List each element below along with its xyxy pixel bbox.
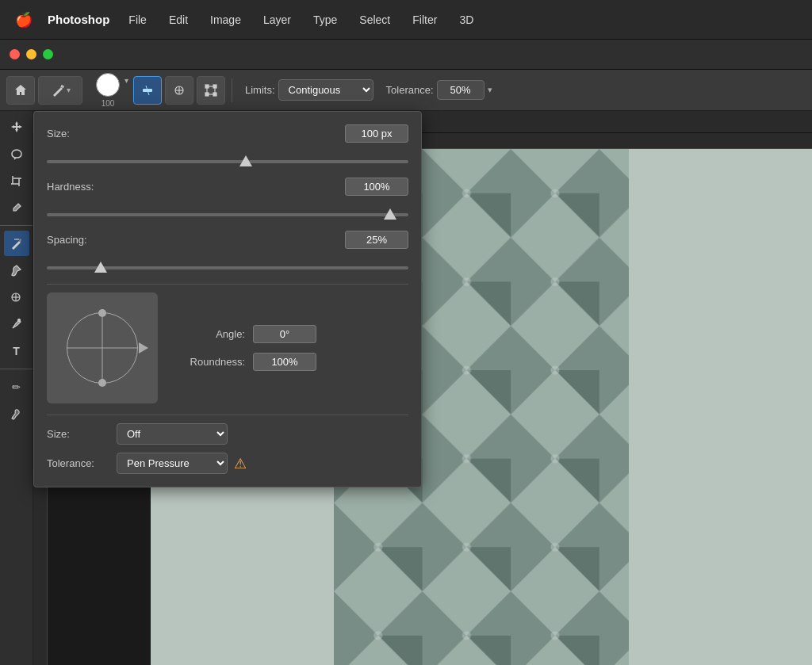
- limits-select[interactable]: Contiguous Discontiguous Find Edges: [278, 79, 373, 101]
- brush-size-label: 100: [102, 99, 115, 108]
- left-tool-move[interactable]: [4, 114, 29, 139]
- size-slider-track: [47, 160, 408, 163]
- size-jitter-select[interactable]: Off Pen Pressure Pen Tilt Stylus Wheel R…: [117, 423, 228, 445]
- crosshair-v: [102, 313, 103, 383]
- brush-mode-target[interactable]: [165, 76, 193, 105]
- roundness-field-row: Roundness: 100%: [174, 353, 316, 371]
- brush-options-popup: Size: 100 px Hardness: 100% Spacing: 25%: [33, 111, 422, 487]
- spacing-row: Spacing: 25%: [47, 231, 408, 249]
- maximize-button[interactable]: [43, 49, 53, 59]
- size-jitter-row: Size: Off Pen Pressure Pen Tilt Stylus W…: [47, 423, 408, 445]
- size-value[interactable]: 100 px: [345, 124, 408, 143]
- brush-size-dropdown-arrow: ▾: [124, 76, 128, 85]
- brush-preview-circle: [96, 73, 120, 97]
- left-tool-pen[interactable]: [4, 311, 29, 337]
- left-tool-text[interactable]: T: [4, 338, 29, 364]
- left-tool-lasso[interactable]: [4, 141, 29, 166]
- svg-marker-10: [11, 121, 22, 132]
- hardness-slider-track: [47, 213, 408, 216]
- menu-edit[interactable]: Edit: [164, 10, 193, 29]
- roundness-field-value[interactable]: 100%: [253, 353, 316, 371]
- angle-circle: [67, 312, 138, 384]
- tolerance-jitter-select[interactable]: Off Pen Pressure Pen Tilt: [117, 453, 228, 474]
- apple-logo[interactable]: 🍎: [0, 11, 48, 29]
- angle-arrow: [139, 342, 148, 354]
- toolbar: ▾ 100 ▾ Limits: Contiguous Disc: [0, 70, 812, 111]
- brush-size-display[interactable]: 100 ▾: [86, 73, 130, 108]
- angle-circle-container[interactable]: [47, 292, 158, 403]
- menu-3d[interactable]: 3D: [454, 10, 478, 29]
- svg-rect-7: [213, 85, 216, 88]
- left-tool-bottom-2[interactable]: [4, 401, 29, 426]
- size-label: Size:: [47, 128, 118, 139]
- angle-field-value[interactable]: 0°: [253, 325, 316, 343]
- tolerance-jitter-label: Tolerance:: [47, 457, 110, 469]
- minimize-button[interactable]: [26, 49, 36, 59]
- spacing-label: Spacing:: [47, 234, 118, 246]
- limits-label: Limits:: [245, 84, 275, 96]
- hardness-slider-thumb[interactable]: [384, 208, 396, 220]
- menu-filter[interactable]: Filter: [408, 10, 442, 29]
- left-tool-bottom-1[interactable]: ✏: [4, 374, 29, 399]
- hardness-value[interactable]: 100%: [345, 178, 408, 196]
- size-slider-thumb[interactable]: [239, 155, 252, 166]
- angle-dot-top[interactable]: [98, 309, 106, 317]
- tolerance-jitter-row: Tolerance: Off Pen Pressure Pen Tilt ⚠: [47, 453, 408, 474]
- window-chrome: [0, 40, 812, 70]
- menu-file[interactable]: File: [124, 10, 151, 29]
- close-button[interactable]: [10, 49, 20, 59]
- angle-field-label: Angle:: [174, 328, 245, 340]
- app-name: Photoshop: [48, 13, 109, 26]
- angle-fields: Angle: 0° Roundness: 100%: [174, 325, 316, 371]
- brush-mode-erase[interactable]: [133, 76, 162, 105]
- popup-separator-2: [47, 415, 408, 415]
- brush-mode-transform[interactable]: [197, 76, 225, 105]
- healing-brush-button[interactable]: ▾: [38, 76, 82, 105]
- svg-line-16: [20, 206, 21, 207]
- menu-type[interactable]: Type: [308, 10, 342, 29]
- svg-rect-8: [205, 93, 209, 96]
- spacing-value[interactable]: 25%: [345, 231, 408, 249]
- tolerance-dropdown-arrow: ▾: [488, 85, 492, 95]
- left-tool-brush[interactable]: [4, 258, 29, 283]
- tolerance-label: Tolerance:: [386, 84, 434, 96]
- menu-bar: 🍎 Photoshop File Edit Image Layer Type S…: [0, 0, 812, 40]
- svg-point-21: [17, 319, 20, 322]
- left-tool-healing[interactable]: [4, 231, 29, 256]
- toolbar-separator-1: [232, 78, 232, 102]
- svg-rect-9: [213, 93, 216, 96]
- roundness-field-label: Roundness:: [174, 356, 245, 368]
- size-slider[interactable]: [47, 154, 408, 170]
- spacing-slider[interactable]: [47, 260, 408, 276]
- home-button[interactable]: [6, 76, 35, 105]
- popup-separator-1: [47, 284, 408, 285]
- tolerance-value[interactable]: 50%: [437, 80, 485, 100]
- svg-rect-6: [205, 85, 209, 88]
- hardness-row: Hardness: 100%: [47, 178, 408, 196]
- angle-dot-bottom[interactable]: [98, 379, 106, 387]
- menu-image[interactable]: Image: [205, 10, 246, 29]
- size-jitter-label: Size:: [47, 428, 110, 440]
- left-tool-clone[interactable]: [4, 285, 29, 310]
- warning-icon: ⚠: [234, 455, 247, 472]
- menu-layer[interactable]: Layer: [259, 10, 296, 29]
- hardness-slider[interactable]: [47, 207, 408, 223]
- left-tool-panel: T ✏: [0, 111, 33, 665]
- size-row: Size: 100 px: [47, 124, 408, 143]
- left-tool-crop[interactable]: [4, 168, 29, 193]
- menu-select[interactable]: Select: [354, 10, 395, 29]
- hardness-label: Hardness:: [47, 181, 118, 193]
- main-area: T ✏ Size: 100 px Hardness: 100%: [0, 111, 812, 665]
- brush-dropdown-arrow: ▾: [67, 86, 71, 94]
- spacing-slider-thumb[interactable]: [94, 262, 107, 273]
- angle-roundness-section: Angle: 0° Roundness: 100%: [47, 292, 408, 403]
- angle-field-row: Angle: 0°: [174, 325, 316, 343]
- left-tool-eyedropper[interactable]: [4, 195, 29, 220]
